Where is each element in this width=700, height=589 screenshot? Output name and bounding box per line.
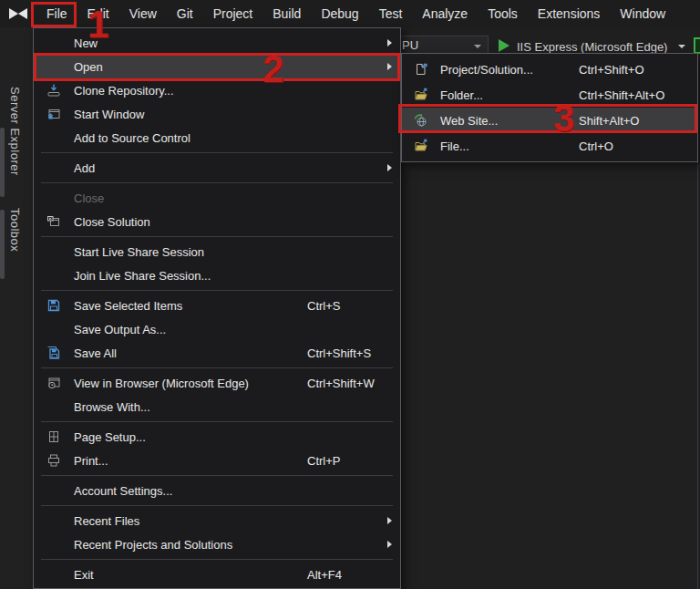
menu-item-start-live-share-session[interactable]: Start Live Share Session — [34, 240, 400, 264]
menu-item-label: Exit — [74, 568, 307, 582]
menubar-item-debug[interactable]: Debug — [311, 0, 368, 27]
menu-item-label: Browse With... — [74, 400, 307, 414]
menu-item-new[interactable]: New — [34, 31, 400, 55]
open-project-solution-icon — [402, 62, 440, 77]
menubar-item-project[interactable]: Project — [203, 0, 263, 27]
menu-item-browse-with[interactable]: Browse With... — [34, 395, 400, 418]
run-target-chevron-down-icon[interactable] — [678, 45, 685, 48]
menu-separator — [41, 290, 393, 291]
menu-item-recent-files[interactable]: Recent Files — [34, 509, 400, 532]
menu-item-recent-projects-and-solutions[interactable]: Recent Projects and Solutions — [34, 532, 400, 556]
menu-item-shortcut: Ctrl+O — [579, 140, 697, 153]
menu-item-page-setup[interactable]: Page Setup... — [34, 425, 400, 449]
menu-item-shortcut: Alt+F4 — [307, 568, 400, 582]
menu-separator — [41, 421, 393, 422]
open-folder-icon — [402, 88, 440, 102]
menu-separator — [41, 367, 393, 368]
menu-item-save-all[interactable]: Save All Ctrl+Shift+S — [34, 341, 400, 365]
menu-item-label: Print... — [74, 454, 307, 468]
visual-studio-window: File Edit View Git Project Build Debug T… — [0, 0, 700, 589]
print-icon — [34, 453, 74, 468]
menubar-item-analyze[interactable]: Analyze — [412, 0, 478, 27]
menubar-item-test[interactable]: Test — [369, 0, 413, 27]
sidebar-tab-toolbox[interactable]: Toolbox — [8, 208, 22, 252]
menu-item-shortcut: Ctrl+Shift+Alt+O — [579, 88, 697, 102]
menu-item-join-live-share-session[interactable]: Join Live Share Session... — [34, 264, 400, 287]
menu-separator — [41, 475, 393, 476]
menu-item-account-settings[interactable]: Account Settings... — [34, 479, 400, 502]
tab-strip — [0, 210, 5, 279]
menu-item-label: Page Setup... — [74, 430, 307, 444]
menubar-item-extensions[interactable]: Extensions — [528, 0, 610, 27]
menubar-item-tools[interactable]: Tools — [478, 0, 528, 27]
menubar-item-git[interactable]: Git — [167, 0, 203, 27]
menu-separator — [41, 182, 393, 183]
menu-item-label: Join Live Share Session... — [74, 269, 307, 283]
menu-item-label: Folder... — [440, 88, 579, 102]
menu-item-add[interactable]: Add — [34, 156, 400, 180]
menu-item-label: Project/Solution... — [440, 63, 579, 77]
menubar-item-window[interactable]: Window — [610, 0, 675, 27]
menu-item-label: Web Site... — [440, 114, 579, 128]
menu-separator — [41, 505, 393, 506]
submenu-arrow-icon — [387, 541, 392, 548]
chevron-down-icon — [474, 45, 481, 48]
menu-item-shortcut: Ctrl+P — [307, 454, 400, 468]
menu-item-label: File... — [440, 140, 579, 153]
menu-item-shortcut: Ctrl+S — [307, 299, 400, 313]
menu-item-start-window[interactable]: Start Window — [34, 102, 400, 126]
menu-item-label: Recent Files — [74, 514, 307, 528]
view-in-browser-icon — [34, 376, 74, 390]
submenu-arrow-icon — [387, 164, 392, 171]
menu-item-add-to-source-control[interactable]: Add to Source Control — [34, 126, 400, 150]
menu-item-label: Close Solution — [74, 215, 307, 229]
sidebar-tab-server-explorer[interactable]: Server Explorer — [8, 87, 22, 176]
menu-item-close-solution[interactable]: Close Solution — [34, 210, 400, 233]
menu-item-shortcut: Ctrl+Shift+O — [579, 63, 697, 77]
menu-item-clone-repository[interactable]: Clone Repository... — [34, 78, 400, 102]
visual-studio-logo-icon — [7, 5, 29, 22]
menu-item-shortcut: Ctrl+Shift+S — [307, 346, 400, 360]
menu-item-exit[interactable]: Exit Alt+F4 — [34, 563, 400, 586]
menubar-item-file[interactable]: File — [36, 0, 77, 27]
menu-item-label: Save Output As... — [74, 323, 307, 336]
page-setup-icon — [34, 429, 74, 444]
submenu-item-project-solution[interactable]: Project/Solution... Ctrl+Shift+O — [402, 57, 697, 82]
menubar-item-view[interactable]: View — [119, 0, 167, 27]
submenu-item-folder[interactable]: Folder... Ctrl+Shift+Alt+O — [402, 82, 697, 108]
menubar-item-build[interactable]: Build — [262, 0, 311, 27]
menu-item-view-in-browser[interactable]: View in Browser (Microsoft Edge) Ctrl+Sh… — [34, 371, 400, 395]
menu-item-label: Open — [74, 60, 307, 74]
menu-item-open[interactable]: Open — [34, 55, 400, 78]
menu-item-label: Clone Repository... — [74, 84, 307, 98]
open-web-site-icon — [402, 113, 440, 128]
run-target-button[interactable]: IIS Express (Microsoft Edge) — [517, 40, 667, 54]
menubar-item-edit[interactable]: Edit — [77, 0, 119, 27]
submenu-item-web-site[interactable]: Web Site... Shift+Alt+O — [402, 108, 697, 133]
partial-toolbar-icon — [694, 37, 700, 54]
menu-item-label: Start Live Share Session — [74, 245, 307, 259]
menu-item-shortcut: Ctrl+Shift+W — [307, 377, 400, 390]
run-play-icon[interactable] — [499, 39, 510, 52]
menu-separator — [41, 152, 393, 153]
menu-item-label: Save All — [74, 346, 307, 360]
open-submenu-popup: Project/Solution... Ctrl+Shift+O Folder.… — [401, 53, 698, 162]
menu-separator — [41, 559, 393, 560]
submenu-arrow-icon — [387, 39, 392, 46]
submenu-arrow-icon — [387, 517, 392, 524]
menu-item-save-output-as[interactable]: Save Output As... — [34, 317, 400, 341]
menu-item-label: Save Selected Items — [74, 299, 307, 313]
submenu-item-file[interactable]: File... Ctrl+O — [402, 133, 697, 159]
menu-bar: File Edit View Git Project Build Debug T… — [0, 0, 700, 27]
menu-item-print[interactable]: Print... Ctrl+P — [34, 449, 400, 472]
menu-item-label: Start Window — [74, 108, 307, 121]
tab-strip — [0, 128, 5, 197]
menu-item-save-selected-items[interactable]: Save Selected Items Ctrl+S — [34, 294, 400, 317]
menu-item-label: Account Settings... — [74, 484, 307, 498]
close-solution-icon — [34, 214, 74, 229]
menu-item-close: Close — [34, 186, 400, 210]
open-file-icon — [402, 139, 440, 153]
menu-item-label: New — [74, 36, 307, 50]
menu-separator — [41, 236, 393, 237]
menu-item-label: Recent Projects and Solutions — [74, 538, 307, 552]
